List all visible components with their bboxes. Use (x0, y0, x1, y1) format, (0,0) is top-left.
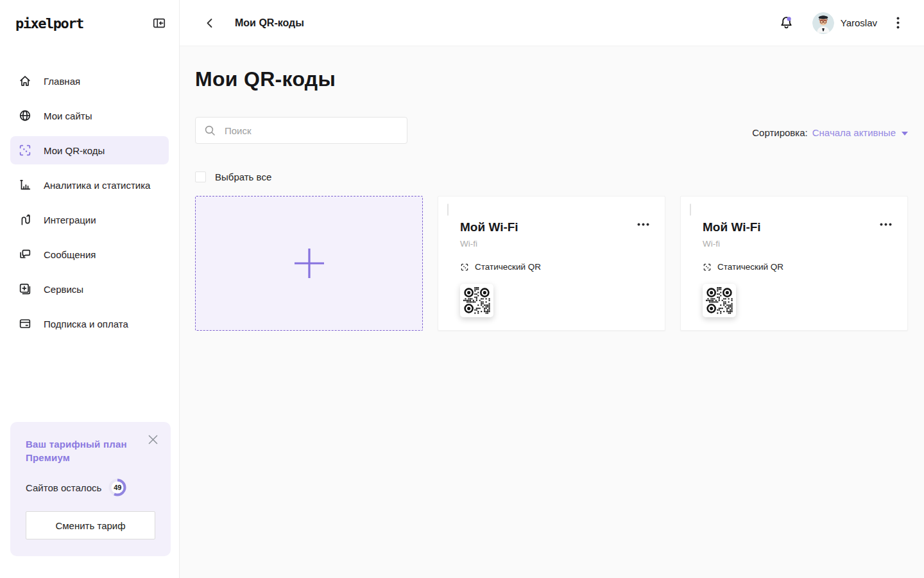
home-icon (18, 74, 32, 88)
sidebar-item-home[interactable]: Главная (10, 67, 169, 95)
qr-card-subtitle: Wi-fi (703, 239, 892, 249)
main-area: Мои QR-коды (180, 0, 924, 578)
qr-code-thumbnail[interactable] (460, 284, 493, 317)
sidebar-item-label: Аналитика и статистика (44, 180, 150, 191)
sidebar-item-integrations[interactable]: Интеграции (10, 206, 169, 234)
collapse-sidebar-button[interactable] (151, 15, 167, 31)
user-name: Yaroslav (841, 17, 877, 28)
chevron-left-icon (204, 17, 216, 29)
qr-card-menu-button[interactable] (637, 220, 649, 229)
messages-icon (18, 247, 32, 261)
qr-code-image (706, 287, 733, 314)
plus-icon (293, 247, 325, 279)
collapse-sidebar-icon (152, 16, 166, 30)
header-menu-button[interactable] (895, 15, 901, 30)
qr-cards-grid: Мой Wi-Fi Wi-fi (195, 196, 908, 331)
sidebar: pixelport Главная (0, 0, 180, 578)
integrations-icon (18, 213, 32, 227)
qr-card-title: Мой Wi-Fi (460, 220, 518, 234)
qr-code-image (463, 287, 490, 314)
globe-icon (18, 109, 32, 123)
topbar-title: Мои QR-коды (235, 17, 304, 29)
services-icon (18, 282, 32, 296)
add-qr-card[interactable] (195, 196, 423, 331)
sort-label: Сортировка: (752, 127, 808, 138)
bell-icon (778, 15, 794, 31)
analytics-icon (18, 178, 32, 192)
qr-type-label: Статический QR (717, 262, 783, 272)
chevron-down-icon (902, 132, 908, 136)
content: Мои QR-коды Сортировка: Сначала активные (180, 46, 924, 578)
sidebar-item-label: Главная (44, 76, 80, 87)
kebab-horizontal-icon (637, 223, 649, 226)
sites-left-value: 49 (108, 478, 127, 497)
qr-card: Мой Wi-Fi Wi-fi (438, 196, 665, 331)
kebab-vertical-icon (896, 17, 900, 29)
sidebar-item-label: Сообщения (44, 249, 96, 260)
sidebar-item-label: Подписка и оплата (44, 319, 128, 329)
change-plan-button[interactable]: Сменить тариф (26, 511, 155, 539)
brand-logo: pixelport (15, 15, 83, 31)
sidebar-item-label: Мои QR-коды (44, 145, 105, 156)
notifications-button[interactable] (777, 13, 796, 32)
qr-type-icon (460, 263, 469, 272)
page-title: Мои QR-коды (195, 67, 908, 91)
sidebar-item-analytics[interactable]: Аналитика и статистика (10, 171, 169, 199)
sort-value: Сначала активные (812, 127, 896, 138)
plan-panel: Ваш тарифный план Премиум Сайтов осталос… (10, 422, 171, 557)
sidebar-item-label: Мои сайты (44, 110, 92, 121)
qr-card-title: Мой Wi-Fi (703, 220, 761, 234)
qr-type-icon (703, 263, 712, 272)
topbar: Мои QR-коды (180, 0, 924, 46)
qr-card-subtitle: Wi-fi (460, 239, 649, 249)
sidebar-item-billing[interactable]: Подписка и оплата (10, 310, 169, 338)
sidebar-item-qr-codes[interactable]: Мои QR-коды (10, 136, 169, 164)
plan-close-button[interactable] (146, 432, 160, 447)
sidebar-item-label: Интеграции (44, 215, 96, 225)
close-icon (147, 434, 159, 446)
sidebar-item-sites[interactable]: Мои сайты (10, 101, 169, 130)
card-checkbox[interactable] (690, 204, 691, 216)
card-checkbox[interactable] (447, 204, 449, 216)
sidebar-item-services[interactable]: Сервисы (10, 275, 169, 303)
qr-code-thumbnail[interactable] (703, 284, 736, 317)
search-box (195, 117, 407, 144)
select-all-checkbox[interactable] (195, 171, 206, 182)
qr-type-label: Статический QR (475, 262, 541, 272)
sites-left-label: Сайтов осталось (26, 482, 101, 493)
search-icon (204, 125, 216, 137)
qr-card-menu-button[interactable] (880, 220, 892, 229)
select-all-label: Выбрать все (215, 171, 271, 182)
sidebar-nav: Главная Мои сайты (0, 67, 179, 344)
back-button[interactable] (203, 16, 217, 30)
sites-left-ring: 49 (108, 478, 127, 497)
avatar[interactable] (812, 12, 834, 34)
search-input[interactable] (223, 125, 398, 137)
qr-card: Мой Wi-Fi Wi-fi (680, 196, 908, 331)
sidebar-item-label: Сервисы (44, 284, 83, 295)
qr-scan-icon (18, 143, 32, 157)
billing-icon (18, 317, 32, 331)
kebab-horizontal-icon (880, 223, 892, 226)
plan-title: Ваш тарифный план Премиум (26, 437, 138, 466)
sort-select[interactable]: Сначала активные (812, 127, 908, 138)
sidebar-item-messages[interactable]: Сообщения (10, 240, 169, 268)
